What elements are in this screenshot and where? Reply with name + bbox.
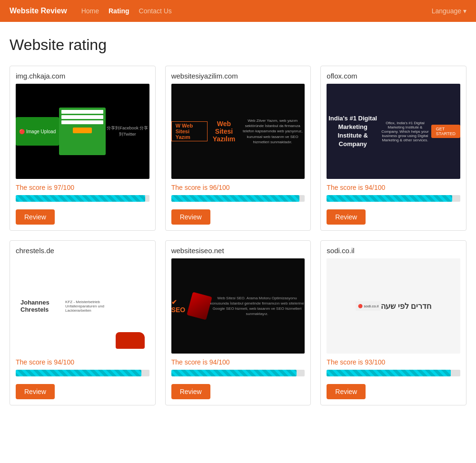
review-button[interactable]: Review (16, 209, 55, 225)
progress-bar-fill (16, 370, 141, 376)
progress-bar-fill (16, 195, 145, 202)
card-screenshot: India's #1 Digital Marketing Institute &… (327, 84, 460, 179)
screenshot-content: ✔ SEO Web Sitesi SEO. Arama Motoru Optim… (171, 258, 305, 354)
card-score: The score is 93/100 (327, 358, 460, 366)
card-4: chrestels.de Johannes Chrestels KFZ - Me… (10, 240, 156, 405)
card-score: The score is 96/100 (171, 184, 305, 191)
page-title: Website rating (10, 36, 466, 54)
nav-brand[interactable]: Website Review (10, 7, 67, 15)
card-screenshot: Johannes Chrestels KFZ - MeisterbetriebU… (16, 258, 149, 354)
card-domain: sodi.co.il (327, 246, 460, 255)
screenshot-content: 🔴 sodi.co.il חדרים לפי שעה (329, 261, 458, 351)
card-domain: chrestels.de (16, 246, 149, 255)
card-domain: oflox.com (327, 72, 460, 80)
review-button[interactable]: Review (171, 209, 210, 225)
progress-bar-container (16, 195, 149, 202)
card-domain: img.chkaja.com (16, 72, 149, 80)
card-3: oflox.com India's #1 Digital Marketing I… (320, 66, 466, 231)
review-button[interactable]: Review (327, 384, 366, 399)
page-content: Website rating img.chkaja.com 🔴 Image Up… (0, 22, 476, 463)
card-6: sodi.co.il 🔴 sodi.co.il חדרים לפי שעה Th… (320, 240, 466, 405)
cards-grid: img.chkaja.com 🔴 Image Upload 分享到Faceboo… (10, 66, 466, 405)
review-button[interactable]: Review (327, 209, 366, 225)
screenshot-content: Johannes Chrestels KFZ - MeisterbetriebU… (20, 263, 145, 349)
nav-home[interactable]: Home (81, 7, 99, 15)
review-button[interactable]: Review (171, 384, 210, 399)
card-screenshot: 🔴 sodi.co.il חדרים לפי שעה (327, 258, 460, 354)
card-screenshot: 🔴 Image Upload 分享到Facebook 分享到Twitter (16, 84, 149, 179)
card-screenshot: ✔ SEO Web Sitesi SEO. Arama Motoru Optim… (171, 258, 305, 354)
progress-bar-container (327, 195, 460, 202)
card-1: img.chkaja.com 🔴 Image Upload 分享到Faceboo… (10, 66, 156, 231)
progress-bar-fill (171, 370, 297, 376)
progress-bar-fill (171, 195, 299, 202)
progress-bar-fill (327, 370, 451, 376)
review-button[interactable]: Review (16, 384, 55, 399)
screenshot-content: 🔴 Image Upload 分享到Facebook 分享到Twitter (16, 84, 149, 179)
progress-bar-container (327, 370, 460, 376)
chevron-down-icon: ▾ (463, 7, 466, 15)
screenshot-content: W Web Sitesi Yazım Web Sitesi Yazılım We… (171, 84, 305, 179)
navbar: Website Review Home Rating Contact Us La… (0, 0, 476, 22)
card-domain: websitesiseo.net (171, 246, 305, 255)
progress-bar-fill (327, 195, 452, 202)
progress-bar-container (171, 370, 305, 376)
card-screenshot: W Web Sitesi Yazım Web Sitesi Yazılım We… (171, 84, 305, 179)
nav-language[interactable]: Language ▾ (432, 7, 466, 15)
progress-bar-container (171, 195, 305, 202)
nav-links: Home Rating Contact Us (81, 7, 432, 15)
nav-contact[interactable]: Contact Us (139, 7, 172, 15)
card-score: The score is 94/100 (171, 358, 305, 366)
progress-bar-container (16, 370, 149, 376)
screenshot-content: India's #1 Digital Marketing Institute &… (327, 84, 460, 179)
card-5: websitesiseo.net ✔ SEO Web Sitesi SEO. A… (165, 240, 311, 405)
card-score: The score is 94/100 (16, 358, 149, 366)
card-score: The score is 97/100 (16, 184, 149, 191)
card-domain: websitesiyazilim.com (171, 72, 305, 80)
card-score: The score is 94/100 (327, 184, 460, 191)
nav-rating[interactable]: Rating (109, 7, 129, 15)
card-2: websitesiyazilim.com W Web Sitesi Yazım … (165, 66, 311, 231)
